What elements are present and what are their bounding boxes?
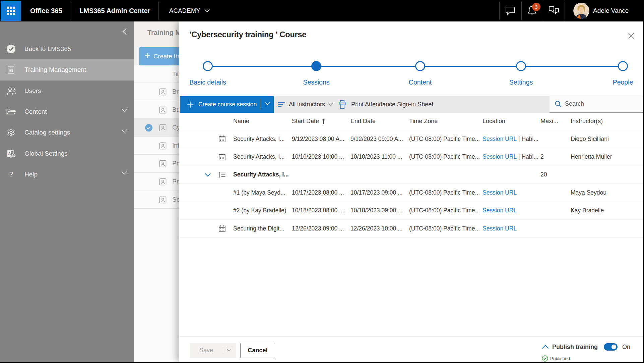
create-course-session-button[interactable]: Create course session <box>180 96 274 113</box>
chevron-down-icon <box>204 9 210 12</box>
session-timezone: (UTC-08:00) Pacific Time... <box>409 220 481 237</box>
step-circle-basic-details[interactable] <box>203 61 213 71</box>
column-header-location[interactable]: Location <box>482 113 541 130</box>
step-label-sessions[interactable]: Sessions <box>303 79 329 86</box>
session-timezone: (UTC-08:00) Pacific Time... <box>409 148 481 165</box>
session-max <box>540 184 567 201</box>
step-label-basic-details[interactable]: Basic details <box>189 79 226 86</box>
office-365-brand[interactable]: Office 365 <box>30 0 62 21</box>
session-start: 12/26/2023 09:00 ... <box>292 220 347 237</box>
session-row[interactable]: #1 (by Maya Seyd... 10/17/2023 08:00 ...… <box>179 184 643 202</box>
step-circle-settings[interactable] <box>516 61 526 71</box>
sidebar-item-training-management[interactable]: Training Management <box>0 59 134 80</box>
session-location <box>482 166 541 184</box>
session-row[interactable]: Security Attacks, I... 10/10/2023 10:00 … <box>179 148 643 166</box>
chevron-down-icon[interactable] <box>265 102 270 105</box>
search-icon <box>554 100 562 108</box>
column-header-time-zone[interactable]: Time Zone <box>409 113 481 130</box>
stepper-line <box>321 66 415 67</box>
column-header-name[interactable]: Name <box>233 113 291 130</box>
session-end <box>350 166 406 184</box>
chevron-down-icon[interactable] <box>201 166 214 184</box>
chevron-down-icon <box>227 348 232 352</box>
expander-cell[interactable] <box>201 220 214 237</box>
session-location: Session URL <box>482 220 541 237</box>
training-icon <box>159 124 167 132</box>
sidebar-item-help[interactable]: ? Help <box>0 164 134 185</box>
calendar-icon <box>214 130 230 148</box>
admin-center-title[interactable]: LMS365 Admin Center <box>79 0 150 21</box>
session-start: 10/10/2023 10:00 ... <box>292 148 347 165</box>
chevron-down-icon <box>121 108 128 115</box>
session-row[interactable]: Securing the Digit... 12/26/2023 09:00 .… <box>179 220 643 238</box>
calendar-icon <box>214 148 230 165</box>
check-circle-icon <box>542 355 548 362</box>
selected-check-icon <box>145 124 152 132</box>
session-row[interactable]: Security Attacks, I... 9/12/2023 08:00 A… <box>179 130 643 148</box>
feedback-button[interactable] <box>543 0 565 21</box>
background-column-title: Titl <box>172 71 180 78</box>
sessions-table: Name Start Date End Date Time Zone Locat… <box>179 113 643 238</box>
session-url-link[interactable]: Session URL <box>482 136 517 143</box>
split-button-divider <box>260 99 260 110</box>
chevron-up-icon[interactable] <box>542 345 549 349</box>
session-name: Security Attacks, I... <box>233 166 291 184</box>
sidebar-collapse-button[interactable] <box>120 27 129 36</box>
svg-text:A: A <box>8 151 11 156</box>
sort-ascending-icon <box>322 118 325 124</box>
session-start: 9/12/2023 08:00 A... <box>292 130 347 148</box>
session-timezone: (UTC-08:00) Pacific Time... <box>409 202 481 219</box>
notification-badge: 3 <box>532 3 540 11</box>
column-header-end-date[interactable]: End Date <box>350 113 406 130</box>
app-launcher-icon <box>6 6 16 15</box>
search-input[interactable] <box>565 100 632 107</box>
search-box[interactable] <box>550 95 643 113</box>
user-name[interactable]: Adele Vance <box>593 0 629 21</box>
user-avatar[interactable] <box>573 3 589 19</box>
session-url-link[interactable]: Session URL <box>482 207 517 214</box>
step-circle-people[interactable] <box>618 61 628 71</box>
column-header-instructors[interactable]: Instructor(s) <box>571 113 641 130</box>
calendar-icon <box>214 220 230 237</box>
instructors-filter-dropdown[interactable]: All instructors <box>277 96 333 113</box>
session-url-link[interactable]: Session URL <box>482 153 517 160</box>
feedback-icon <box>548 5 560 16</box>
expander-cell[interactable] <box>201 202 214 219</box>
chevron-down-icon <box>328 103 333 106</box>
publish-toggle[interactable] <box>604 343 618 351</box>
session-row[interactable]: Security Attacks, I... 20 <box>179 166 643 184</box>
step-circle-content[interactable] <box>415 61 425 71</box>
session-url-link[interactable]: Session URL <box>482 189 517 196</box>
notifications-button[interactable]: 3 <box>521 0 543 21</box>
session-row[interactable]: #2 (by Kay Bradelle) 10/18/2023 08:00 ..… <box>179 202 643 220</box>
step-label-content[interactable]: Content <box>409 79 432 86</box>
column-header-start-date[interactable]: Start Date <box>292 113 347 130</box>
app-launcher-button[interactable] <box>1 1 21 21</box>
step-circle-sessions[interactable] <box>311 61 321 71</box>
expander-cell[interactable] <box>201 184 214 201</box>
print-attendance-button[interactable]: Print Attendance Sign-in Sheet <box>338 96 433 113</box>
training-icon <box>159 196 167 204</box>
tenant-menu[interactable]: ACADEMY <box>169 0 210 21</box>
session-end: 9/12/2023 09:00 A... <box>350 130 406 148</box>
sidebar-item-content[interactable]: Content <box>0 101 134 122</box>
save-button[interactable]: Save <box>190 343 236 358</box>
session-url-link[interactable]: Session URL <box>482 225 517 232</box>
training-icon <box>159 88 167 96</box>
step-label-people[interactable]: People <box>613 79 633 86</box>
cancel-button[interactable]: Cancel <box>240 343 275 358</box>
top-bar: Office 365 LMS365 Admin Center ACADEMY 3 <box>0 0 644 21</box>
sidebar-item-users[interactable]: Users <box>0 81 134 101</box>
step-label-settings[interactable]: Settings <box>509 79 533 86</box>
session-end: 10/18/2023 09:00 ... <box>350 202 406 219</box>
chat-button[interactable] <box>499 0 521 21</box>
column-header-maximum[interactable]: Maxi... <box>540 113 567 130</box>
sidebar-item-catalog-settings[interactable]: Catalog settings <box>0 122 134 143</box>
row-icon-cell <box>214 202 230 219</box>
expander-cell[interactable] <box>201 148 214 165</box>
wizard-stepper: Basic details Sessions Content Settings … <box>179 21 643 89</box>
expander-cell[interactable] <box>201 130 214 148</box>
publish-training-label: Publish training <box>552 344 598 351</box>
sidebar-item-back-to-lms365[interactable]: Back to LMS365 <box>0 39 134 59</box>
sidebar-item-global-settings[interactable]: A Global Settings <box>0 143 134 164</box>
